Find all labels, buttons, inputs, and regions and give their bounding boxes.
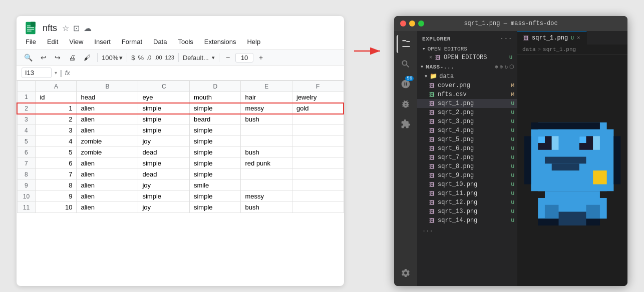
menu-file[interactable]: File bbox=[24, 37, 38, 46]
cell-jewelry[interactable] bbox=[292, 169, 344, 180]
source-control-activity-icon[interactable]: 56 bbox=[397, 75, 415, 93]
maximize-button[interactable] bbox=[418, 20, 424, 26]
cell-mouth[interactable]: simple bbox=[189, 158, 241, 169]
tree-file-item[interactable]: 🖼 sqrt_10.png U bbox=[417, 180, 517, 189]
cell-eye[interactable]: simple bbox=[138, 114, 190, 125]
cell-hair[interactable] bbox=[241, 180, 292, 191]
undo-btn[interactable]: ↩ bbox=[38, 52, 49, 63]
header-mouth[interactable]: mouth bbox=[189, 92, 241, 103]
percent-btn[interactable]: % bbox=[138, 54, 144, 62]
menu-extensions[interactable]: Extensions bbox=[202, 37, 238, 46]
cell-hair[interactable]: messy bbox=[241, 103, 292, 114]
cell-mouth[interactable]: simple bbox=[189, 202, 241, 213]
collapse-icon[interactable]: ⬡ bbox=[509, 64, 514, 70]
cell-jewelry[interactable]: gold bbox=[292, 103, 344, 114]
cell-eye[interactable]: simple bbox=[138, 191, 190, 202]
breadcrumb-file[interactable]: sqrt_1.png bbox=[543, 46, 576, 52]
cell-head[interactable]: alien bbox=[77, 191, 138, 202]
header-id[interactable]: id bbox=[36, 92, 77, 103]
font-size-input[interactable] bbox=[235, 53, 253, 62]
cell-head[interactable]: alien bbox=[77, 114, 138, 125]
tree-file-item[interactable]: 🖼 sqrt_14.png U bbox=[417, 216, 517, 225]
cell-mouth[interactable]: simple bbox=[189, 103, 241, 114]
menu-format[interactable]: Format bbox=[120, 37, 144, 46]
decimal-inc-btn[interactable]: .00 bbox=[154, 54, 162, 60]
col-header-A[interactable]: A bbox=[36, 81, 77, 92]
cell-id[interactable]: 6 bbox=[36, 158, 77, 169]
decimal-dec-btn[interactable]: .0 bbox=[147, 54, 151, 60]
tree-file-item[interactable]: 🖼 sqrt_13.png U bbox=[417, 207, 517, 216]
cell-hair[interactable]: bush bbox=[241, 114, 292, 125]
new-folder-icon[interactable]: ⊕ bbox=[500, 64, 503, 70]
data-folder[interactable]: ▾ 📁 data bbox=[417, 72, 517, 81]
tree-file-item[interactable]: 🖼 sqrt_11.png U bbox=[417, 189, 517, 198]
star-icon[interactable]: ☆ bbox=[62, 24, 69, 33]
tree-file-item[interactable]: 🖼 nfts.csv M bbox=[417, 90, 517, 99]
explorer-more-icon[interactable]: ··· bbox=[500, 35, 512, 42]
font-selector[interactable]: Default... bbox=[183, 54, 209, 62]
cell-id[interactable]: 8 bbox=[36, 180, 77, 191]
col-header-D[interactable]: D bbox=[189, 81, 241, 92]
explorer-activity-icon[interactable] bbox=[397, 35, 415, 53]
tree-file-item[interactable]: 🖼 sqrt_12.png U bbox=[417, 198, 517, 207]
menu-tools[interactable]: Tools bbox=[176, 37, 195, 46]
cell-mouth[interactable]: simple bbox=[189, 147, 241, 158]
cell-head[interactable]: alien bbox=[77, 169, 138, 180]
cell-eye[interactable]: joy bbox=[138, 202, 190, 213]
tree-file-item[interactable]: 🖼 cover.png M bbox=[417, 81, 517, 90]
print-btn[interactable]: 🖨 bbox=[66, 52, 78, 63]
cell-jewelry[interactable] bbox=[292, 114, 344, 125]
cell-head[interactable]: alien bbox=[77, 158, 138, 169]
tree-file-item[interactable]: 🖼 sqrt_7.png U bbox=[417, 153, 517, 162]
refresh-icon[interactable]: ↻ bbox=[504, 64, 508, 70]
cell-mouth[interactable]: simple bbox=[189, 169, 241, 180]
cell-eye[interactable]: simple bbox=[138, 125, 190, 136]
col-header-B[interactable]: B bbox=[77, 81, 138, 92]
cell-id[interactable]: 10 bbox=[36, 202, 77, 213]
extensions-activity-icon[interactable] bbox=[397, 115, 415, 133]
menu-edit[interactable]: Edit bbox=[45, 37, 60, 46]
cell-eye[interactable]: dead bbox=[138, 147, 190, 158]
cloud-icon[interactable]: ☁ bbox=[84, 24, 92, 33]
cell-jewelry[interactable] bbox=[292, 147, 344, 158]
cell-mouth[interactable]: simple bbox=[189, 125, 241, 136]
open-editor-item[interactable]: × 🖼 OPEN EDITORS U bbox=[417, 53, 517, 62]
tree-file-item[interactable]: 🖼 sqrt_9.png U bbox=[417, 171, 517, 180]
close-button[interactable] bbox=[400, 20, 406, 26]
new-file-icon[interactable]: ⊕ bbox=[495, 64, 498, 70]
cell-hair[interactable]: red punk bbox=[241, 158, 292, 169]
cell-reference-input[interactable] bbox=[22, 68, 52, 78]
cell-eye[interactable]: joy bbox=[138, 180, 190, 191]
cell-mouth[interactable]: smile bbox=[189, 180, 241, 191]
cell-id[interactable]: 2 bbox=[36, 114, 77, 125]
cell-id[interactable]: 7 bbox=[36, 169, 77, 180]
tree-file-item[interactable]: 🖼 sqrt_3.png U bbox=[417, 117, 517, 126]
open-editors-header[interactable]: ▾ OPEN EDITORS bbox=[417, 44, 517, 53]
redo-btn[interactable]: ↪ bbox=[52, 52, 63, 63]
cell-hair[interactable] bbox=[241, 136, 292, 147]
cell-eye[interactable]: simple bbox=[138, 103, 190, 114]
cell-hair[interactable] bbox=[241, 125, 292, 136]
col-header-C[interactable]: C bbox=[138, 81, 190, 92]
col-header-F[interactable]: F bbox=[292, 81, 344, 92]
search-activity-icon[interactable] bbox=[397, 55, 415, 73]
cell-jewelry[interactable] bbox=[292, 125, 344, 136]
menu-view[interactable]: View bbox=[67, 37, 85, 46]
cell-id[interactable]: 3 bbox=[36, 125, 77, 136]
cell-mouth[interactable]: beard bbox=[189, 114, 241, 125]
zoom-out-btn[interactable]: 🔍 bbox=[22, 52, 35, 63]
cell-eye[interactable]: dead bbox=[138, 169, 190, 180]
open-editor-close-icon[interactable]: × bbox=[429, 55, 432, 60]
cell-head[interactable]: alien bbox=[77, 180, 138, 191]
number-btn[interactable]: 123 bbox=[165, 54, 174, 60]
cell-id[interactable]: 5 bbox=[36, 147, 77, 158]
font-size-inc-btn[interactable]: + bbox=[256, 52, 265, 63]
settings-activity-icon[interactable] bbox=[397, 264, 415, 282]
cell-jewelry[interactable] bbox=[292, 191, 344, 202]
col-header-E[interactable]: E bbox=[241, 81, 292, 92]
header-hair[interactable]: hair bbox=[241, 92, 292, 103]
cell-hair[interactable] bbox=[241, 169, 292, 180]
cell-jewelry[interactable] bbox=[292, 202, 344, 213]
cell-hair[interactable]: bush bbox=[241, 147, 292, 158]
debug-activity-icon[interactable] bbox=[397, 95, 415, 113]
